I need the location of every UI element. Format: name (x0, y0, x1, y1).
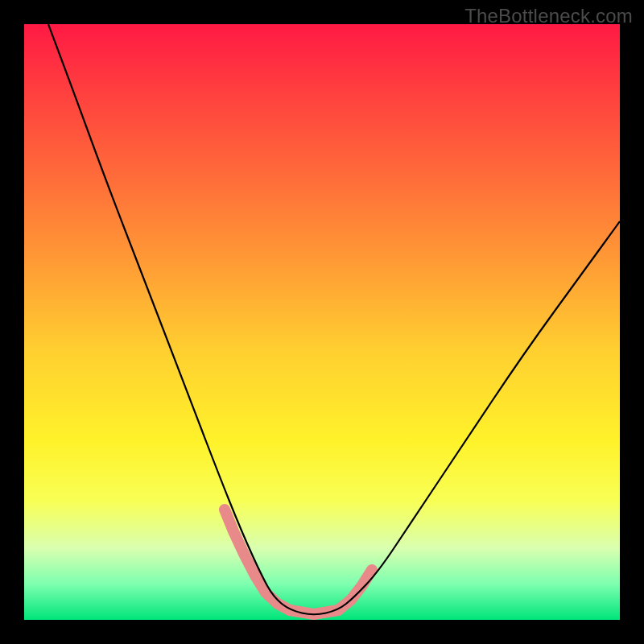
plot-frame (24, 24, 620, 620)
watermark-text: TheBottleneck.com (464, 5, 633, 27)
marker-left (225, 510, 290, 610)
marker-right (338, 570, 372, 610)
curve-layer (24, 24, 620, 620)
bottleneck-curve (48, 24, 620, 614)
